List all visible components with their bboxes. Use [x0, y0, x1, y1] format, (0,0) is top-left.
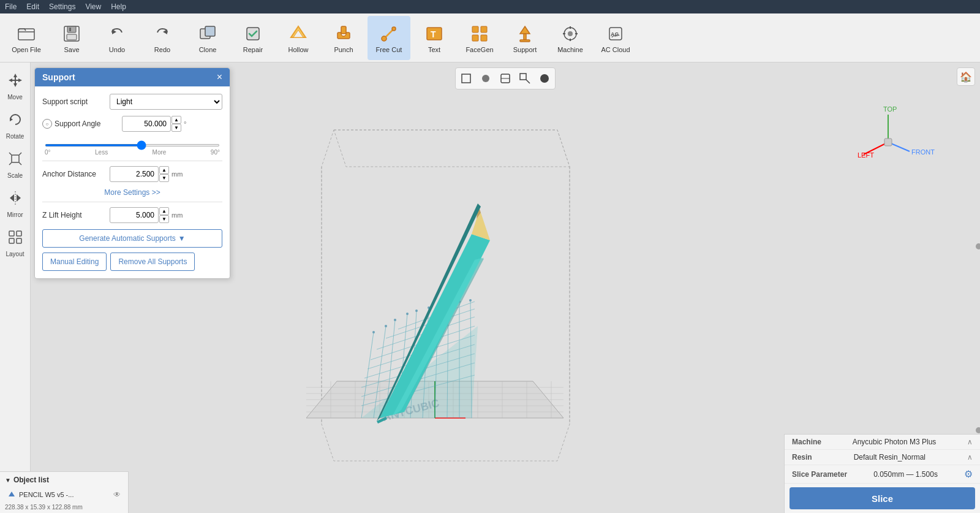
resin-expand[interactable]: ∧ [967, 453, 973, 462]
zlift-input[interactable] [110, 207, 159, 223]
tool-accloud[interactable]: AC AC Cloud [594, 16, 637, 60]
tool-facegen[interactable]: FaceGen [458, 16, 501, 60]
more-settings-link[interactable]: More Settings >> [42, 188, 222, 197]
slider-max: 90° [211, 149, 220, 156]
svg-point-107 [415, 310, 418, 312]
angle-up[interactable]: ▲ [172, 116, 181, 124]
menu-view[interactable]: View [85, 2, 101, 11]
object-list-panel: ▼ Object list PENCIL W5 v5 -... 👁 228.38… [0, 471, 129, 513]
svg-text:FRONT: FRONT [911, 148, 935, 156]
tool-freecut[interactable]: Free Cut [368, 16, 410, 60]
manual-editing-button[interactable]: Manual Editing [42, 253, 107, 271]
svg-rect-24 [524, 34, 526, 40]
svg-text:T: T [431, 29, 436, 39]
anchor-row: Anchor Distance ▲ ▼ mm [42, 166, 222, 182]
svg-rect-41 [12, 155, 19, 162]
slider-min: 0° [45, 149, 51, 156]
svg-rect-20 [481, 26, 487, 32]
tool-clone[interactable]: Clone [186, 16, 229, 60]
tool-support[interactable]: Support [503, 16, 546, 60]
remove-all-supports-button[interactable]: Remove All Supports [110, 253, 195, 271]
tool-open[interactable]: Open File [5, 16, 48, 60]
zlift-up[interactable]: ▲ [159, 207, 169, 215]
zlift-down[interactable]: ▼ [159, 215, 169, 223]
tool-hollow[interactable]: Hollow [277, 16, 320, 60]
machine-info-panel: Machine Anycubic Photon M3 Plus ∧ Resin … [784, 434, 980, 513]
machine-expand[interactable]: ∧ [967, 438, 973, 446]
svg-rect-39 [12, 80, 19, 81]
support-angle-input[interactable]: 50.000 [122, 116, 171, 132]
tool-rotate[interactable]: Rotate [2, 107, 29, 143]
svg-rect-50 [17, 231, 21, 236]
move-icon [7, 72, 24, 93]
support-script-select[interactable]: Light Heavy Custom [110, 94, 222, 110]
svg-rect-8 [205, 26, 215, 36]
tool-layout-label: Layout [6, 251, 24, 257]
svg-line-42 [9, 153, 12, 155]
tool-repair-label: Repair [243, 46, 263, 53]
support-panel-close[interactable]: × [217, 72, 222, 83]
menu-edit[interactable]: Edit [26, 2, 39, 11]
menu-file[interactable]: File [5, 2, 17, 11]
tool-save[interactable]: Save [50, 16, 93, 60]
anchor-down[interactable]: ▼ [159, 174, 169, 182]
svg-marker-23 [520, 26, 530, 34]
slice-settings-btn[interactable]: ⚙ [964, 468, 973, 480]
tool-repair[interactable]: Repair [232, 16, 274, 60]
menu-help[interactable]: Help [111, 2, 126, 11]
tool-punch[interactable]: Punch [322, 16, 365, 60]
svg-rect-3 [67, 34, 77, 40]
svg-marker-48 [17, 194, 21, 202]
slice-button-wrap: Slice [785, 487, 980, 509]
angle-icon: ○ [42, 119, 52, 129]
tool-hollow-label: Hollow [288, 46, 308, 53]
tool-text[interactable]: T Text [413, 16, 456, 60]
freecut-icon [378, 23, 400, 45]
menu-bar: File Edit Settings View Help [0, 0, 980, 13]
angle-spinner: ▲ ▼ [172, 116, 181, 132]
support-panel-body: Support script Light Heavy Custom ○ Supp… [35, 86, 230, 278]
svg-point-104 [385, 325, 387, 327]
svg-rect-22 [481, 35, 487, 41]
resin-value: Default Resin_Normal [854, 453, 925, 462]
tool-move[interactable]: Move [2, 67, 29, 104]
svg-text:TOP: TOP [883, 105, 897, 113]
svg-marker-129 [9, 492, 15, 496]
svg-point-103 [372, 331, 375, 333]
object-list-header[interactable]: ▼ Object list [0, 472, 128, 488]
svg-marker-61 [334, 130, 570, 167]
tool-machine[interactable]: Machine [549, 16, 592, 60]
generate-supports-button[interactable]: Generate Automatic Supports ▼ [42, 229, 222, 248]
tool-layout[interactable]: Layout [2, 224, 29, 261]
machine-row: Machine Anycubic Photon M3 Plus ∧ [785, 435, 980, 450]
support-script-label: Support script [42, 97, 110, 106]
anchor-input[interactable] [110, 166, 159, 182]
resin-row: Resin Default Resin_Normal ∧ [785, 450, 980, 465]
generate-row: Generate Automatic Supports ▼ [42, 229, 222, 248]
object-dimensions: 228.38 x 15.39 x 122.88 mm [0, 501, 128, 513]
svg-text:LEFT: LEFT [858, 151, 874, 159]
tool-mirror[interactable]: Mirror [2, 185, 29, 222]
object-list-item[interactable]: PENCIL W5 v5 -... 👁 [0, 488, 128, 501]
divider2 [42, 202, 222, 202]
tool-scale[interactable]: Scale [2, 146, 29, 183]
slice-button[interactable]: Slice [790, 487, 975, 509]
tool-freecut-label: Free Cut [376, 46, 402, 53]
anchor-up[interactable]: ▲ [159, 166, 169, 174]
hollow-icon [287, 23, 309, 45]
scale-icon [7, 150, 24, 171]
menu-settings[interactable]: Settings [49, 2, 75, 11]
visibility-icon[interactable]: 👁 [113, 490, 121, 499]
svg-point-105 [394, 319, 396, 321]
tool-machine-label: Machine [557, 46, 583, 53]
tool-redo[interactable]: Redo [141, 16, 184, 60]
resin-key: Resin [792, 453, 812, 462]
angle-down[interactable]: ▼ [172, 124, 181, 132]
tool-undo[interactable]: Undo [96, 16, 138, 60]
angle-slider[interactable] [45, 144, 220, 146]
zlift-label: Z Lift Height [42, 211, 110, 219]
slider-hint-more: More [153, 149, 167, 156]
anchor-label: Anchor Distance [42, 170, 110, 178]
slider-hint-less: Less [95, 149, 108, 156]
svg-rect-19 [472, 26, 478, 32]
